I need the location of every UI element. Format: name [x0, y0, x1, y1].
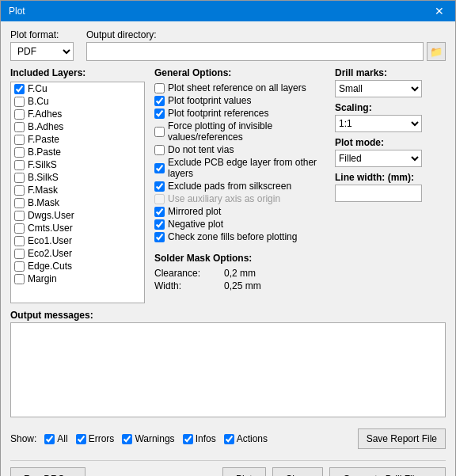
dialog-title: Plot [9, 6, 25, 17]
main-area: Included Layers: F.CuB.CuF.AdhesB.AdhesF… [10, 67, 446, 303]
solder-mask-clearance-label: Clearance: [154, 268, 218, 279]
option-row: Plot sheet reference on all layers [154, 82, 325, 94]
save-report-button[interactable]: Save Report File [358, 428, 446, 449]
list-item[interactable]: B.SilkS [11, 171, 144, 184]
output-messages-area [10, 322, 446, 417]
show-option-label[interactable]: All [44, 433, 67, 444]
scaling-label: Scaling: [335, 102, 446, 113]
dialog-body: Plot format: PDF SVG PS GERBER DXF HPGL … [1, 21, 455, 476]
list-item[interactable]: Dwgs.User [11, 209, 144, 222]
show-option-label[interactable]: Infos [183, 433, 216, 444]
line-width-group: Line width: (mm): 0,1 [335, 172, 446, 202]
options-list: Plot sheet reference on all layersPlot f… [154, 82, 325, 243]
generate-drill-button[interactable]: Generate Drill Files... [329, 467, 446, 476]
scaling-select[interactable]: 1:1 1:2 2:1 [335, 115, 422, 132]
drill-marks-group: Drill marks: Small None Full [335, 67, 446, 97]
show-option-label[interactable]: Actions [224, 433, 268, 444]
plot-format-group: Plot format: PDF SVG PS GERBER DXF HPGL [10, 29, 74, 61]
solder-mask-width-row: Width: 0,25 mm [154, 280, 446, 292]
list-item[interactable]: F.Cu [11, 82, 144, 95]
option-row: Plot footprint references [154, 107, 325, 120]
option-row: Force plotting of invisible values/refer… [154, 120, 325, 143]
list-item[interactable]: B.Cu [11, 95, 144, 108]
line-width-label: Line width: (mm): [335, 172, 446, 183]
output-messages-label: Output messages: [10, 310, 446, 321]
included-layers-label: Included Layers: [10, 67, 145, 78]
show-row: Show: AllErrorsWarningsInfosActions Save… [10, 424, 446, 454]
output-dir-label: Output directory: [86, 29, 446, 40]
general-options-left: General Options: Plot sheet reference on… [154, 67, 325, 243]
output-dir-group: Output directory: 📁 [86, 29, 446, 61]
general-options: General Options: Plot sheet reference on… [154, 67, 446, 243]
plot-mode-select[interactable]: Filled Sketch [335, 150, 422, 167]
close-icon[interactable]: ✕ [431, 6, 447, 17]
list-item[interactable]: F.Adhes [11, 108, 144, 120]
solder-mask-width-value: 0,25 mm [224, 280, 261, 291]
list-item[interactable]: F.Paste [11, 133, 144, 146]
list-item[interactable]: B.Adhes [11, 120, 144, 133]
scaling-group: Scaling: 1:1 1:2 2:1 [335, 102, 446, 132]
list-item[interactable]: Margin [11, 272, 144, 285]
plot-mode-label: Plot mode: [335, 137, 446, 148]
bottom-buttons: Run DRC... Plot Close Generate Drill Fil… [10, 460, 446, 476]
option-row: Exclude pads from silkscreen [154, 180, 325, 192]
run-drc-button[interactable]: Run DRC... [10, 467, 86, 476]
line-width-input[interactable]: 0,1 [335, 185, 422, 202]
title-bar: Plot ✕ [1, 1, 455, 21]
option-row: Check zone fills before plotting [154, 230, 325, 243]
plot-dialog: Plot ✕ Plot format: PDF SVG PS GERBER DX… [0, 0, 456, 476]
drill-marks-label: Drill marks: [335, 67, 446, 78]
plot-format-select[interactable]: PDF SVG PS GERBER DXF HPGL [10, 42, 74, 61]
show-options: AllErrorsWarningsInfosActions [44, 433, 268, 444]
list-item[interactable]: Cmts.User [11, 222, 144, 234]
plot-button[interactable]: Plot [222, 467, 266, 476]
solder-mask-clearance-row: Clearance: 0,2 mm [154, 267, 446, 280]
solder-mask-label: Solder Mask Options: [154, 253, 446, 264]
output-dir-input[interactable] [86, 42, 424, 61]
list-item[interactable]: Eco1.User [11, 234, 144, 247]
output-dir-row: 📁 [86, 42, 446, 61]
plot-format-label: Plot format: [10, 29, 74, 40]
list-item[interactable]: F.Mask [11, 184, 144, 196]
list-item[interactable]: Edge.Cuts [11, 260, 144, 272]
option-row: Do not tent vias [154, 143, 325, 156]
show-label: Show: [10, 433, 36, 444]
list-item[interactable]: F.SilkS [11, 158, 144, 171]
solder-mask-section: Solder Mask Options: Clearance: 0,2 mm W… [154, 253, 446, 292]
list-item[interactable]: B.Mask [11, 196, 144, 209]
option-row: Negative plot [154, 218, 325, 230]
option-row: Plot footprint values [154, 94, 325, 107]
options-panel: General Options: Plot sheet reference on… [154, 67, 446, 303]
solder-mask-width-label: Width: [154, 280, 218, 291]
layers-panel: Included Layers: F.CuB.CuF.AdhesB.AdhesF… [10, 67, 145, 303]
general-options-label: General Options: [154, 67, 325, 78]
folder-button[interactable]: 📁 [427, 42, 446, 61]
drill-marks-select[interactable]: Small None Full [335, 80, 422, 97]
list-item[interactable]: B.Paste [11, 146, 144, 158]
option-row: Mirrored plot [154, 205, 325, 218]
solder-mask-clearance-value: 0,2 mm [224, 268, 256, 279]
general-options-right: Drill marks: Small None Full Scaling: [335, 67, 446, 243]
close-button[interactable]: Close [272, 467, 324, 476]
top-row: Plot format: PDF SVG PS GERBER DXF HPGL … [10, 29, 446, 61]
option-row: Use auxiliary axis as origin [154, 192, 325, 205]
option-row: Exclude PCB edge layer from other layers [154, 156, 325, 180]
right-option-group: Drill marks: Small None Full Scaling: [335, 67, 446, 202]
show-option-label[interactable]: Errors [76, 433, 115, 444]
plot-mode-group: Plot mode: Filled Sketch [335, 137, 446, 167]
list-item[interactable]: Eco2.User [11, 247, 144, 260]
layers-list[interactable]: F.CuB.CuF.AdhesB.AdhesF.PasteB.PasteF.Si… [10, 82, 145, 303]
show-option-label[interactable]: Warnings [122, 433, 174, 444]
output-messages-section: Output messages: [10, 310, 446, 417]
